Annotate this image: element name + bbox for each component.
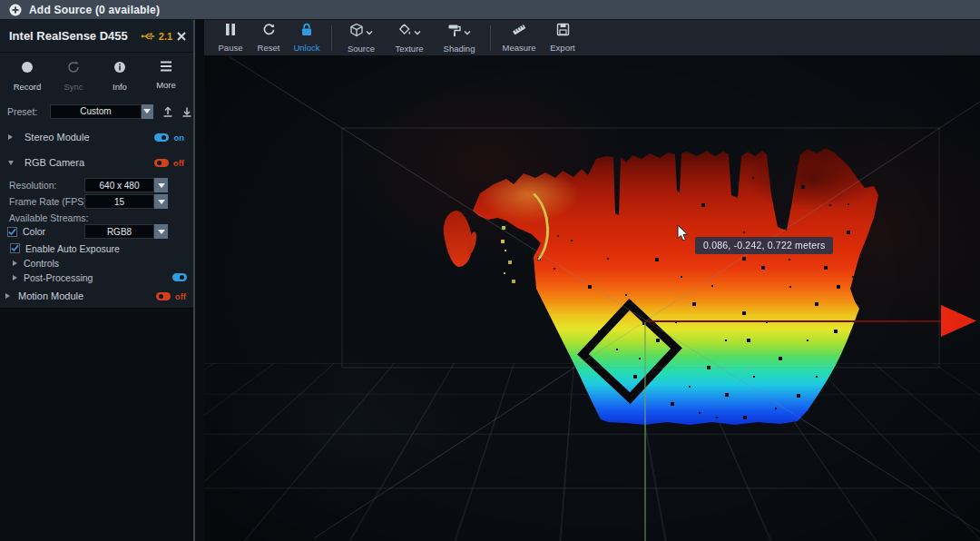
device-title: Intel RealSense D455: [9, 29, 128, 43]
dropdown-arrow-icon: [158, 200, 165, 204]
post-processing-row[interactable]: Post-Processing: [0, 270, 193, 284]
lock-icon: [300, 23, 313, 40]
available-streams-row: Available Streams:: [0, 211, 193, 223]
preset-select[interactable]: Custom: [50, 104, 141, 119]
sync-button[interactable]: Sync: [52, 56, 95, 94]
record-icon: [20, 60, 34, 78]
device-actions: Record Sync Info More: [0, 56, 193, 94]
ruler-icon: [511, 23, 527, 40]
frame-rate-row: Frame Rate (FPS): 15: [0, 194, 193, 209]
color-stream-label: Color: [23, 226, 45, 237]
device-panel: Intel RealSense D455 2.1: [0, 20, 204, 541]
resolution-row: Resolution: 640 x 480: [0, 178, 193, 192]
reset-button[interactable]: Reset: [250, 23, 288, 53]
color-stream-row: Color RGB8: [0, 224, 193, 239]
texture-button[interactable]: Texture: [385, 23, 434, 54]
source-button[interactable]: Source: [338, 23, 385, 54]
usb-version: 2.1: [159, 31, 172, 42]
motion-module-state: off: [175, 291, 186, 301]
add-source-plus-icon: [9, 4, 22, 16]
rgb-camera-state: off: [173, 158, 184, 168]
mouse-cursor: [677, 225, 688, 245]
coordinate-tooltip: 0.086, -0.242, 0.722 meters: [695, 237, 833, 254]
chevron-down-icon: [414, 23, 421, 39]
chevron-down-icon: [464, 23, 471, 39]
device-card: Intel RealSense D455 2.1: [0, 20, 193, 309]
panel-divider[interactable]: [193, 20, 195, 541]
controls-label: Controls: [24, 258, 59, 269]
viewer-toolbar: Pause Reset Unlock Source Texture Shadin…: [204, 20, 980, 56]
post-processing-toggle[interactable]: [172, 273, 187, 281]
dropdown-arrow-icon: [143, 109, 151, 113]
usb-indicator: 2.1: [141, 31, 172, 42]
x-axis-arrow: [941, 305, 976, 337]
shading-button[interactable]: Shading: [434, 23, 485, 54]
auto-exposure-row: Enable Auto Exposure: [0, 241, 193, 255]
add-source-bar[interactable]: Add Source (0 available): [0, 0, 980, 20]
pointcloud-hole-diamond: [574, 298, 685, 405]
preset-label: Preset:: [7, 106, 37, 117]
toolbar-separator: [331, 25, 332, 51]
expand-right-icon: [8, 134, 13, 140]
auto-exposure-label: Enable Auto Exposure: [25, 243, 120, 254]
resolution-label: Resolution:: [9, 180, 57, 191]
record-button[interactable]: Record: [5, 56, 49, 94]
info-button[interactable]: Info: [98, 56, 142, 94]
expand-down-icon: [8, 161, 14, 165]
usb-icon: [141, 31, 156, 42]
preset-row: Preset: Custom: [0, 103, 193, 119]
pointcloud-viewport[interactable]: 0.086, -0.242, 0.722 meters: [204, 56, 980, 541]
pointcloud-shadow: [654, 148, 880, 273]
frame-rate-dropdown-button[interactable]: [154, 194, 168, 209]
expand-right-icon: [13, 261, 17, 266]
preset-dropdown-button[interactable]: [142, 104, 153, 119]
stereo-module-state: on: [173, 133, 184, 143]
dropdown-arrow-icon: [158, 183, 165, 188]
device-header: Intel RealSense D455 2.1: [0, 20, 193, 53]
floppy-icon: [556, 23, 570, 40]
pointcloud-speckles: [470, 148, 472, 150]
expand-right-icon: [5, 293, 10, 299]
frame-rate-select[interactable]: 15: [84, 194, 154, 209]
color-stream-checkbox[interactable]: [7, 227, 17, 237]
unlock-button[interactable]: Unlock: [288, 23, 326, 53]
auto-exposure-checkbox[interactable]: [10, 243, 20, 253]
resolution-select[interactable]: 640 x 480: [84, 178, 154, 192]
paint-bucket-icon: [397, 23, 412, 41]
preset-upload-icon[interactable]: [162, 105, 174, 118]
reset-icon: [262, 23, 276, 40]
chevron-down-icon: [366, 23, 373, 39]
expand-right-icon: [13, 275, 17, 280]
export-button[interactable]: Export: [542, 23, 583, 53]
dropdown-arrow-icon: [158, 230, 165, 234]
measure-button[interactable]: Measure: [496, 23, 542, 53]
stereo-module-toggle[interactable]: [154, 133, 169, 142]
sync-icon: [66, 60, 81, 78]
pointcloud-edge-dots: [204, 56, 206, 58]
color-format-select[interactable]: RGB8: [84, 224, 154, 239]
color-format-dropdown-button[interactable]: [154, 224, 168, 239]
post-processing-label: Post-Processing: [24, 272, 93, 283]
motion-module-toggle[interactable]: [156, 292, 171, 300]
more-icon: [159, 60, 173, 76]
controls-row[interactable]: Controls: [0, 257, 193, 269]
available-streams-label: Available Streams:: [9, 212, 88, 223]
add-source-label: Add Source (0 available): [29, 4, 160, 16]
toolbar-separator: [490, 25, 491, 51]
motion-module-row[interactable]: Motion Module off: [0, 289, 193, 303]
pause-icon: [224, 23, 237, 40]
close-device-icon[interactable]: [177, 32, 186, 41]
cube-icon: [349, 23, 364, 41]
info-icon: [113, 60, 127, 78]
more-button[interactable]: More: [144, 56, 188, 94]
pause-button[interactable]: Pause: [211, 23, 250, 53]
frame-rate-label: Frame Rate (FPS):: [9, 196, 90, 207]
stereo-module-row[interactable]: Stereo Module on: [0, 130, 193, 144]
resolution-dropdown-button[interactable]: [154, 178, 168, 192]
rgb-camera-toggle[interactable]: [154, 159, 169, 167]
rgb-camera-row[interactable]: RGB Camera off: [0, 155, 193, 170]
preset-save-icon[interactable]: [181, 105, 193, 118]
paint-roller-icon: [447, 23, 462, 41]
